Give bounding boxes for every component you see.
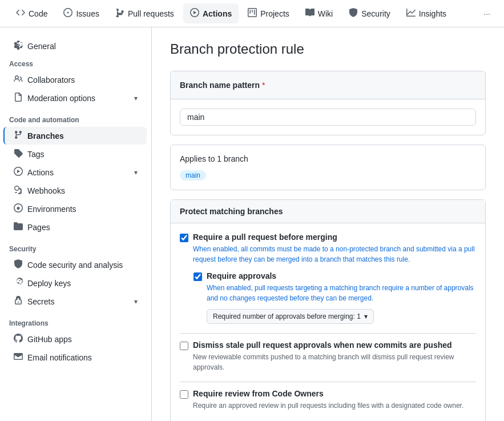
sidebar-item-environments[interactable]: Environments [5,200,147,218]
sidebar-collaborators-label: Collaborators [27,75,75,85]
nav-projects[interactable]: Projects [241,3,296,23]
rule-pull-request-checkbox[interactable] [180,234,188,242]
branch-name-label: Branch name pattern [180,81,260,90]
sidebar-moderation-label: Moderation options [27,94,95,103]
secrets-chevron-icon: ▾ [134,298,138,306]
pages-icon [14,222,23,232]
moderation-icon [14,93,23,103]
sidebar-item-github-apps[interactable]: GitHub apps [5,330,147,348]
nav-wiki-label: Wiki [318,9,333,18]
nav-pull-requests[interactable]: Pull requests [108,3,181,23]
sidebar-secrets-label: Secrets [27,297,54,306]
gear-icon [14,41,23,51]
sidebar-webhooks-label: Webhooks [27,186,65,195]
nav-security[interactable]: Security [342,3,397,23]
required-star: * [262,81,265,90]
nav-wiki[interactable]: Wiki [299,3,340,23]
sidebar-item-code-security[interactable]: Code security and analysis [5,256,147,274]
nav-pull-requests-label: Pull requests [128,9,174,18]
main-content: Branch protection rule Branch name patte… [152,27,504,421]
divider-2 [180,382,476,382]
rule-dismiss-desc: New reviewable commits pushed to a match… [193,352,476,372]
deploy-keys-icon [14,278,23,288]
sidebar-github-apps-label: GitHub apps [27,335,72,344]
github-apps-icon [14,334,23,344]
sidebar-item-actions[interactable]: Actions ▾ [5,163,147,181]
rule-dismiss-content: Dismiss stale pull request approvals whe… [193,340,476,372]
top-nav: Code Issues Pull requests Actions Projec… [0,0,504,27]
sidebar-branches-label: Branches [27,131,64,141]
sidebar-general-label: General [27,42,56,51]
access-section: Access [0,55,151,70]
email-notifications-icon [14,352,23,363]
sidebar-item-general[interactable]: General [5,37,147,55]
sidebar-item-branches[interactable]: Branches [3,127,147,145]
sidebar-item-email-notifications[interactable]: Email notifications [5,348,147,366]
rule-code-owners-title: Require review from Code Owners [193,389,476,398]
branch-name-body [171,99,485,135]
moderation-chevron-icon: ▾ [134,94,138,102]
sidebar-item-tags[interactable]: Tags [5,145,147,163]
rule-code-owners-main: Require review from Code Owners Require … [180,389,476,411]
protect-header: Protect matching branches [171,200,485,223]
sidebar-item-pages[interactable]: Pages [5,218,147,236]
page-title: Branch protection rule [170,41,486,57]
sub-rule-approvals-content: Require approvals When enabled, pull req… [207,271,476,324]
nav-issues-label: Issues [76,9,99,18]
branch-name-input[interactable] [180,109,476,126]
rule-code-owners-desc: Require an approved review in pull reque… [193,400,476,411]
code-icon [16,8,25,19]
sidebar-tags-label: Tags [27,150,45,159]
actions-chevron-icon: ▾ [134,169,138,177]
issues-icon [63,8,72,19]
nav-code[interactable]: Code [9,3,54,23]
secrets-icon [14,296,23,307]
rule-dismiss-stale: Dismiss stale pull request approvals whe… [180,340,476,372]
nav-insights-label: Insights [419,9,446,18]
applies-to-body: Applies to 1 branch main [171,145,485,190]
nav-security-label: Security [361,9,390,18]
integrations-section: Integrations [0,315,151,330]
sidebar-code-security-label: Code security and analysis [27,260,123,270]
nav-issues[interactable]: Issues [57,3,106,23]
sidebar-item-webhooks[interactable]: Webhooks [5,182,147,199]
rule-code-owners-checkbox[interactable] [180,390,188,399]
sidebar-pages-label: Pages [27,223,50,232]
security-icon [349,8,358,19]
projects-icon [248,8,257,19]
rule-dismiss-checkbox[interactable] [180,342,188,350]
rule-pull-request-title: Require a pull request before merging [193,232,476,242]
nav-more-button[interactable]: ··· [479,5,495,23]
nav-code-label: Code [29,9,47,18]
rule-code-owners: Require review from Code Owners Require … [180,389,476,411]
actions-icon [190,8,199,19]
approvals-dropdown-label: Required number of approvals before merg… [213,312,361,320]
sidebar-item-collaborators[interactable]: Collaborators [5,71,147,89]
sidebar-actions-label: Actions [27,168,54,177]
rule-code-owners-content: Require review from Code Owners Require … [193,389,476,411]
protect-card: Protect matching branches Require a pull… [170,199,486,421]
sub-rule-approvals-checkbox[interactable] [193,272,202,281]
rule-pull-request-main: Require a pull request before merging Wh… [180,232,476,264]
sidebar-item-secrets[interactable]: Secrets ▾ [5,292,147,310]
sub-rule-approvals: Require approvals When enabled, pull req… [193,271,476,324]
approvals-dropdown[interactable]: Required number of approvals before merg… [207,309,374,324]
actions-sidebar-icon [14,167,23,178]
sidebar-item-moderation[interactable]: Moderation options ▾ [5,89,147,107]
nav-insights[interactable]: Insights [400,3,453,23]
branch-name-header: Branch name pattern * [171,71,485,99]
rule-pull-request-desc: When enabled, all commits must be made t… [193,244,476,264]
applies-to-card: Applies to 1 branch main [170,145,486,190]
nav-actions-label: Actions [203,9,232,18]
branch-name-card: Branch name pattern * [170,71,486,135]
wiki-icon [305,8,315,19]
sidebar-item-deploy-keys[interactable]: Deploy keys [5,274,147,292]
environments-icon [14,203,23,214]
nav-actions[interactable]: Actions [183,3,239,23]
collaborators-icon [14,74,23,85]
security-section: Security [0,240,151,255]
sub-rule-approvals-main: Require approvals When enabled, pull req… [193,271,476,324]
insights-icon [406,8,416,19]
divider-1 [180,333,476,334]
page-layout: General Access Collaborators Moderation … [0,27,504,421]
